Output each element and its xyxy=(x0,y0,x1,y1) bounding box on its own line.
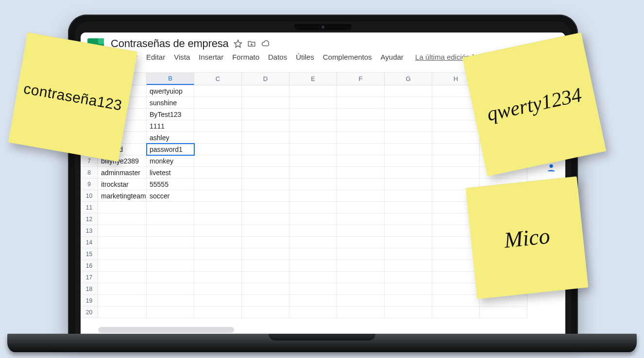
cell[interactable] xyxy=(385,144,432,155)
cell[interactable] xyxy=(194,295,242,307)
cell[interactable] xyxy=(432,109,480,120)
cell[interactable]: livetest xyxy=(147,167,194,179)
cell[interactable] xyxy=(242,97,289,109)
cell[interactable] xyxy=(432,120,480,132)
cell[interactable] xyxy=(385,132,432,144)
cell[interactable] xyxy=(337,167,385,179)
cell[interactable] xyxy=(385,225,432,237)
row-number[interactable]: 16 xyxy=(81,260,98,272)
cell[interactable] xyxy=(289,272,337,283)
cell[interactable] xyxy=(337,85,385,97)
cell[interactable] xyxy=(194,120,242,132)
cell[interactable] xyxy=(194,97,242,109)
cell[interactable] xyxy=(289,283,337,295)
cell[interactable]: ByTest123 xyxy=(147,109,194,120)
row-number[interactable]: 9 xyxy=(81,179,98,190)
cell[interactable] xyxy=(385,307,432,318)
cell[interactable] xyxy=(385,190,432,202)
row-number[interactable]: 11 xyxy=(81,202,98,213)
cell[interactable] xyxy=(147,213,194,225)
cell[interactable] xyxy=(194,307,242,318)
menu-editar[interactable]: Editar xyxy=(146,53,165,61)
cell[interactable] xyxy=(385,283,432,295)
cell[interactable] xyxy=(385,213,432,225)
cell[interactable] xyxy=(480,307,527,318)
contacts-icon[interactable] xyxy=(546,163,557,173)
cell[interactable] xyxy=(242,85,289,97)
menu-datos[interactable]: Datos xyxy=(268,53,287,61)
cell[interactable] xyxy=(194,237,242,248)
menu-utiles[interactable]: Útiles xyxy=(296,53,314,61)
cell[interactable] xyxy=(98,202,147,213)
cell[interactable] xyxy=(289,120,337,132)
cell[interactable] xyxy=(147,202,194,213)
cell[interactable] xyxy=(147,283,194,295)
cell[interactable] xyxy=(194,132,242,144)
cell[interactable] xyxy=(242,248,289,260)
cell[interactable]: itrockstar xyxy=(98,179,147,190)
cell[interactable] xyxy=(289,225,337,237)
cell[interactable] xyxy=(432,155,480,167)
cell[interactable] xyxy=(385,272,432,283)
cell[interactable] xyxy=(337,248,385,260)
cell[interactable]: adminmaster xyxy=(98,167,147,179)
cell[interactable] xyxy=(98,237,147,248)
cell[interactable] xyxy=(289,295,337,307)
cell[interactable]: ashley xyxy=(147,132,194,144)
cell[interactable] xyxy=(194,190,242,202)
star-icon[interactable] xyxy=(234,39,242,48)
row-number[interactable]: 10 xyxy=(81,190,98,202)
cell[interactable] xyxy=(289,202,337,213)
cell[interactable]: qwertyuiop xyxy=(147,85,194,97)
cell[interactable] xyxy=(385,179,432,190)
cell[interactable] xyxy=(385,167,432,179)
cell[interactable] xyxy=(337,109,385,120)
cell[interactable] xyxy=(242,190,289,202)
cell[interactable] xyxy=(337,283,385,295)
cell[interactable] xyxy=(289,190,337,202)
cell[interactable] xyxy=(242,283,289,295)
cell[interactable] xyxy=(147,237,194,248)
cell[interactable] xyxy=(385,120,432,132)
cell[interactable]: marketingteam xyxy=(98,190,147,202)
cell[interactable] xyxy=(242,202,289,213)
col-header-c[interactable]: C xyxy=(194,73,242,85)
cell[interactable] xyxy=(147,307,194,318)
cell[interactable] xyxy=(432,283,480,295)
document-title[interactable]: Contraseñas de empresa xyxy=(111,37,229,50)
cell[interactable] xyxy=(289,260,337,272)
cell[interactable] xyxy=(337,225,385,237)
row-number[interactable]: 13 xyxy=(81,225,98,237)
cell[interactable] xyxy=(385,237,432,248)
cell[interactable] xyxy=(337,272,385,283)
row-number[interactable]: 12 xyxy=(81,213,98,225)
menu-formato[interactable]: Formato xyxy=(232,53,259,61)
cell[interactable] xyxy=(289,132,337,144)
cell[interactable] xyxy=(385,260,432,272)
cell[interactable] xyxy=(432,307,480,318)
cell[interactable] xyxy=(432,167,480,179)
cell[interactable] xyxy=(337,120,385,132)
cell[interactable] xyxy=(337,307,385,318)
cell[interactable] xyxy=(289,213,337,225)
cell[interactable] xyxy=(242,167,289,179)
cell[interactable] xyxy=(194,202,242,213)
cell[interactable]: 1111 xyxy=(147,120,194,132)
cell[interactable] xyxy=(242,132,289,144)
cell[interactable] xyxy=(147,225,194,237)
cell[interactable] xyxy=(147,260,194,272)
cell[interactable] xyxy=(289,85,337,97)
cell[interactable] xyxy=(242,213,289,225)
move-to-folder-icon[interactable] xyxy=(247,39,256,48)
cell[interactable] xyxy=(242,179,289,190)
cell[interactable] xyxy=(385,202,432,213)
cell[interactable] xyxy=(337,260,385,272)
cell[interactable] xyxy=(98,260,147,272)
cell[interactable] xyxy=(194,225,242,237)
row-number[interactable]: 15 xyxy=(81,248,98,260)
cell[interactable] xyxy=(194,179,242,190)
cell[interactable] xyxy=(242,307,289,318)
cell[interactable] xyxy=(242,272,289,283)
cell[interactable] xyxy=(289,167,337,179)
cell[interactable] xyxy=(289,109,337,120)
